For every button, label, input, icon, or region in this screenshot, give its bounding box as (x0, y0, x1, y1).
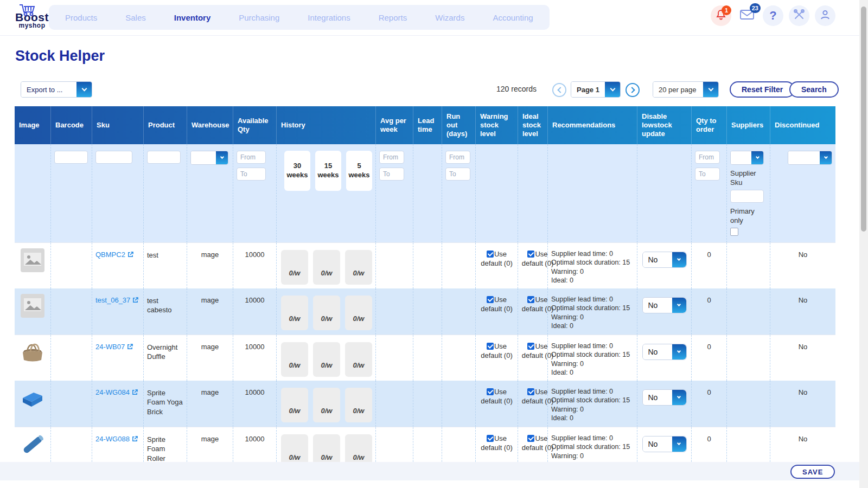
product-filter-input[interactable] (147, 151, 181, 164)
history-5w-cell: 0/w (345, 388, 372, 422)
use-default-checkbox[interactable] (487, 343, 494, 350)
avg-week-from-input[interactable] (379, 151, 404, 164)
use-default-checkbox[interactable] (527, 388, 534, 395)
nav-item-reports[interactable]: Reports (379, 13, 407, 22)
run-out-to-input[interactable] (445, 168, 470, 181)
disable-lowstock-value: No (643, 390, 672, 405)
chevron-down-icon[interactable] (672, 298, 686, 313)
nav-item-sales[interactable]: Sales (125, 13, 146, 22)
table-row: QBMPC2 test mage 10000 0/w 0/w 0/w Use d… (15, 242, 835, 288)
warning-stock-cell: Use default (0) (481, 250, 513, 268)
brand-logo[interactable]: Boost myshop (13, 4, 51, 29)
external-link-icon (127, 344, 133, 350)
scrollbar-thumb[interactable] (861, 7, 866, 232)
barcode-filter-input[interactable] (54, 151, 88, 164)
page-select[interactable]: Page 1 (571, 81, 621, 98)
sku-link[interactable]: 24-WB07 (95, 343, 133, 351)
chevron-down-icon[interactable] (820, 151, 832, 164)
col-header-suppliers: Suppliers (727, 106, 770, 144)
export-select-value: Export to ... (21, 82, 76, 97)
sku-link[interactable]: 24-WG088 (95, 435, 138, 443)
nav-item-inventory[interactable]: Inventory (174, 13, 211, 22)
stock-helper-page: Boost myshop Products Sales Inventory Pu… (0, 0, 868, 488)
sku-link[interactable]: test_06_37 (95, 296, 138, 304)
reset-filter-button[interactable]: Reset Filter (730, 81, 795, 98)
avg-week-to-input[interactable] (379, 168, 404, 181)
suppliers-filter-select[interactable] (730, 151, 764, 165)
qty-order-to-input[interactable] (695, 168, 720, 181)
nav-item-purchasing[interactable]: Purchasing (239, 13, 279, 22)
chevron-down-icon[interactable] (216, 151, 228, 164)
account-button[interactable] (815, 5, 835, 26)
chevron-down-icon[interactable] (672, 344, 686, 359)
notifications-button[interactable]: 1 (711, 5, 731, 26)
qty-order-from-input[interactable] (695, 151, 720, 164)
nav-item-wizards[interactable]: Wizards (435, 13, 464, 22)
chevron-down-icon[interactable] (672, 252, 686, 267)
disable-lowstock-select[interactable]: No (642, 297, 687, 313)
tools-button[interactable] (789, 5, 809, 26)
disable-lowstock-select[interactable]: No (642, 389, 687, 406)
supplier-sku-input[interactable] (730, 190, 764, 203)
duffle-bag-photo (20, 341, 46, 366)
export-select[interactable]: Export to ... (21, 81, 92, 98)
run-out-from-input[interactable] (445, 151, 470, 164)
discontinued-cell: No (770, 335, 835, 381)
available-qty-from-input[interactable] (237, 151, 266, 164)
use-default-checkbox[interactable] (527, 343, 534, 350)
use-default-checkbox[interactable] (527, 296, 534, 303)
disable-lowstock-value: No (643, 436, 672, 452)
sku-filter-input[interactable] (95, 151, 132, 164)
nav-item-products[interactable]: Products (65, 13, 97, 22)
messages-badge: 23 (750, 3, 761, 13)
disable-lowstock-select[interactable]: No (642, 252, 687, 268)
recommendations-cell: Supplier lead time: 0Optimal stock durat… (548, 288, 637, 335)
sku-link[interactable]: 24-WG084 (95, 388, 138, 396)
save-button[interactable]: SAVE (790, 465, 835, 479)
discontinued-filter-select[interactable] (788, 151, 832, 165)
chevron-down-icon[interactable] (751, 151, 763, 164)
prev-page-button[interactable] (552, 83, 566, 97)
table-row: 24-WG084 Sprite Foam Yoga Brick mage 100… (15, 381, 835, 427)
nav-item-integrations[interactable]: Integrations (308, 13, 350, 22)
sku-link[interactable]: QBMPC2 (95, 251, 133, 259)
image-placeholder-icon (21, 294, 44, 319)
history-period-30w: 30 weeks (284, 151, 310, 191)
chevron-down-icon[interactable] (605, 82, 620, 97)
per-page-select[interactable]: 20 per page (653, 81, 719, 98)
primary-only-label: Primary only (730, 207, 767, 226)
vertical-scrollbar[interactable] (859, 0, 868, 488)
use-default-checkbox[interactable] (487, 296, 494, 303)
chevron-right-icon (629, 87, 635, 93)
grid-toolbar: Export to ... 120 records Page 1 20 per … (0, 81, 835, 101)
messages-button[interactable]: 23 (737, 5, 757, 26)
chevron-down-icon[interactable] (703, 82, 718, 97)
chevron-down-icon[interactable] (672, 390, 686, 405)
use-default-checkbox[interactable] (527, 435, 534, 442)
use-default-checkbox[interactable] (487, 251, 494, 258)
disable-lowstock-select[interactable]: No (642, 436, 687, 452)
search-button[interactable]: Search (789, 81, 839, 98)
warehouse-cell: mage (187, 288, 233, 335)
help-button[interactable]: ? (763, 5, 783, 26)
warehouse-filter-select[interactable] (190, 151, 228, 165)
yoga-brick-photo (20, 386, 46, 412)
next-page-button[interactable] (626, 83, 640, 97)
available-qty-cell: 10000 (233, 335, 277, 381)
col-header-discontinued: Discontinued (770, 106, 835, 144)
available-qty-to-input[interactable] (237, 168, 266, 181)
disable-lowstock-select[interactable]: No (642, 344, 687, 360)
history-30w-cell: 0/w (281, 342, 308, 377)
use-default-checkbox[interactable] (487, 388, 494, 395)
warning-stock-cell: Use default (0) (481, 434, 513, 452)
primary-only-checkbox[interactable] (730, 228, 738, 236)
table-row: test_06_37 test cabesto mage 10000 0/w 0… (15, 288, 835, 335)
col-header-available-qty: Available Qty (233, 106, 277, 144)
recommendations-cell: Supplier lead time: 0Optimal stock durat… (548, 335, 637, 381)
chevron-down-icon[interactable] (672, 436, 686, 452)
nav-item-accounting[interactable]: Accounting (493, 13, 533, 22)
use-default-checkbox[interactable] (527, 251, 534, 258)
use-default-checkbox[interactable] (487, 435, 494, 442)
history-15w-cell: 0/w (313, 388, 340, 422)
chevron-down-icon[interactable] (76, 82, 92, 97)
